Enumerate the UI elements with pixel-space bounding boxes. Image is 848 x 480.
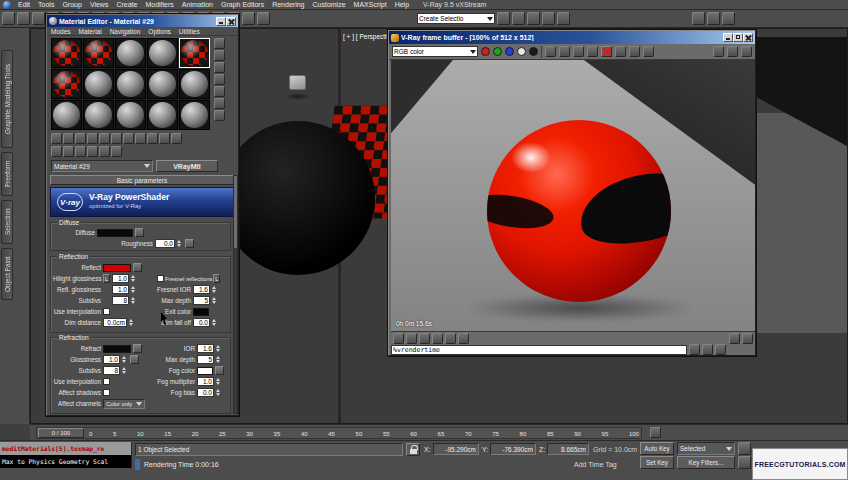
material-slot[interactable] — [115, 38, 146, 68]
y-coordinate-field[interactable]: -76.390cm — [490, 443, 536, 455]
backlight-icon[interactable] — [214, 50, 225, 61]
reflect-color-swatch[interactable] — [103, 264, 131, 272]
alpha-channel-icon[interactable] — [517, 47, 526, 56]
material-slot[interactable] — [115, 100, 146, 130]
listener-line[interactable]: Max to Physics Geometry Scal — [0, 455, 132, 468]
named-selection-set-dropdown[interactable]: Create Selectio — [417, 13, 495, 24]
reset-map-icon[interactable] — [87, 133, 98, 144]
material-slot[interactable] — [115, 69, 146, 99]
material-options-icon[interactable] — [214, 110, 225, 121]
compare-vertical-icon[interactable] — [643, 46, 654, 57]
options-icon[interactable] — [99, 146, 110, 157]
key-filters-button[interactable]: Key Filters... — [677, 456, 735, 469]
material-slot[interactable] — [179, 100, 210, 130]
go-to-sibling-icon[interactable] — [171, 133, 182, 144]
compare-horizontal-icon[interactable] — [629, 46, 640, 57]
menu-customize[interactable]: Customize — [308, 1, 349, 8]
hilight-lock-button[interactable]: L — [103, 274, 110, 283]
reflection-max-depth-spinner[interactable] — [212, 297, 218, 304]
selection-lock-toggle[interactable] — [406, 443, 420, 456]
load-image-icon[interactable] — [559, 46, 570, 57]
put-to-scene-icon[interactable] — [63, 133, 74, 144]
dim-distance-spinner[interactable] — [129, 319, 135, 326]
zoom-out-icon[interactable] — [419, 333, 430, 344]
show-end-result-icon[interactable] — [147, 133, 158, 144]
dim-falloff-spinner[interactable] — [212, 319, 218, 326]
blue-channel-icon[interactable] — [505, 47, 514, 56]
me-menu-utilities[interactable]: Utilities — [175, 28, 204, 35]
stamp-edit-icon[interactable] — [689, 344, 700, 355]
fresnel-reflections-checkbox[interactable] — [157, 275, 164, 282]
color-corrections-icon[interactable] — [713, 46, 724, 57]
menu-maxscript[interactable]: MAXScript — [350, 1, 391, 8]
put-to-library-icon[interactable] — [111, 133, 122, 144]
refraction-max-depth-spinner[interactable] — [216, 356, 222, 363]
material-slot[interactable] — [51, 38, 82, 68]
duplicate-to-host-icon[interactable] — [573, 46, 584, 57]
menu-help[interactable]: Help — [391, 1, 413, 8]
material-id-channel-icon[interactable] — [123, 133, 134, 144]
material-slot[interactable] — [51, 100, 82, 130]
fog-color-swatch[interactable] — [197, 367, 213, 375]
scrollbar-thumb[interactable] — [234, 176, 237, 248]
fit-view-icon[interactable] — [445, 333, 456, 344]
refraction-subdivs-spinner[interactable] — [122, 367, 128, 374]
affect-shadows-checkbox[interactable] — [103, 389, 110, 396]
select-by-material-icon[interactable] — [75, 146, 86, 157]
refraction-use-interpolation-checkbox[interactable] — [103, 378, 110, 385]
params-scrollbar[interactable] — [233, 175, 238, 414]
refract-color-swatch[interactable] — [103, 345, 131, 353]
viewcube[interactable] — [289, 75, 306, 90]
time-slider-track[interactable]: 0 / 100 0 5 10 15 20 25 30 35 40 45 50 5… — [36, 427, 642, 439]
me-menu-modes[interactable]: Modes — [47, 28, 75, 35]
fog-multiplier-spinner[interactable] — [216, 378, 222, 385]
menu-tools[interactable]: Tools — [34, 1, 58, 8]
stamp-apply-icon[interactable] — [742, 333, 753, 344]
srgb-toggle-icon[interactable] — [727, 46, 738, 57]
selection-set-dropdown[interactable]: Selected — [677, 442, 735, 455]
tab-selection[interactable]: Selection — [1, 200, 13, 244]
rendered-frame-window-icon[interactable] — [707, 12, 720, 25]
hilight-glossiness-field[interactable]: 1.0 — [112, 274, 129, 283]
go-to-start-icon[interactable] — [738, 442, 751, 455]
exit-color-swatch[interactable] — [193, 308, 209, 316]
reflection-use-interpolation-checkbox[interactable] — [103, 308, 110, 315]
make-preview-icon[interactable] — [214, 98, 225, 109]
pick-from-object-icon[interactable] — [51, 146, 62, 157]
refraction-subdivs-field[interactable]: 8 — [103, 366, 120, 375]
me-menu-material[interactable]: Material — [75, 28, 106, 35]
dim-distance-field[interactable]: 0.0cm — [103, 318, 127, 327]
clear-image-icon[interactable] — [601, 46, 612, 57]
diffuse-map-button[interactable] — [135, 228, 144, 237]
quick-render-icon[interactable] — [722, 12, 735, 25]
show-map-in-viewport-icon[interactable] — [135, 133, 146, 144]
menu-rendering[interactable]: Rendering — [268, 1, 308, 8]
fresnel-lock-button[interactable]: L — [213, 274, 220, 283]
material-slot-selected[interactable] — [179, 38, 210, 68]
fog-bias-field[interactable]: 0.0 — [197, 388, 214, 397]
sample-type-icon[interactable] — [214, 38, 225, 49]
red-channel-icon[interactable] — [481, 47, 490, 56]
select-link-icon[interactable] — [32, 12, 45, 25]
stamp-ok-icon[interactable] — [702, 344, 713, 355]
roughness-map-button[interactable] — [185, 239, 194, 248]
mirror-icon[interactable] — [242, 12, 255, 25]
graphite-ribbon-icon[interactable] — [512, 12, 525, 25]
refraction-glossiness-spinner[interactable] — [122, 356, 128, 363]
sample-tiling-icon[interactable] — [214, 74, 225, 85]
make-unique-icon[interactable] — [99, 133, 110, 144]
me-menu-options[interactable]: Options — [144, 28, 174, 35]
application-button[interactable] — [3, 1, 11, 9]
material-slot[interactable] — [179, 69, 210, 99]
material-slot[interactable] — [147, 100, 178, 130]
refraction-glossiness-map-button[interactable] — [130, 355, 139, 364]
hilight-glossiness-spinner[interactable] — [131, 275, 137, 282]
menu-graph-editors[interactable]: Graph Editors — [217, 1, 268, 8]
get-material-icon[interactable] — [51, 133, 62, 144]
z-coordinate-field[interactable]: 8.665cm — [547, 443, 589, 455]
material-editor-titlebar[interactable]: Material Editor - Material #29 — [47, 15, 238, 27]
ior-spinner[interactable] — [216, 345, 222, 352]
material-slot[interactable] — [83, 69, 114, 99]
render-setup-icon[interactable] — [692, 12, 705, 25]
menu-edit[interactable]: Edit — [14, 1, 34, 8]
